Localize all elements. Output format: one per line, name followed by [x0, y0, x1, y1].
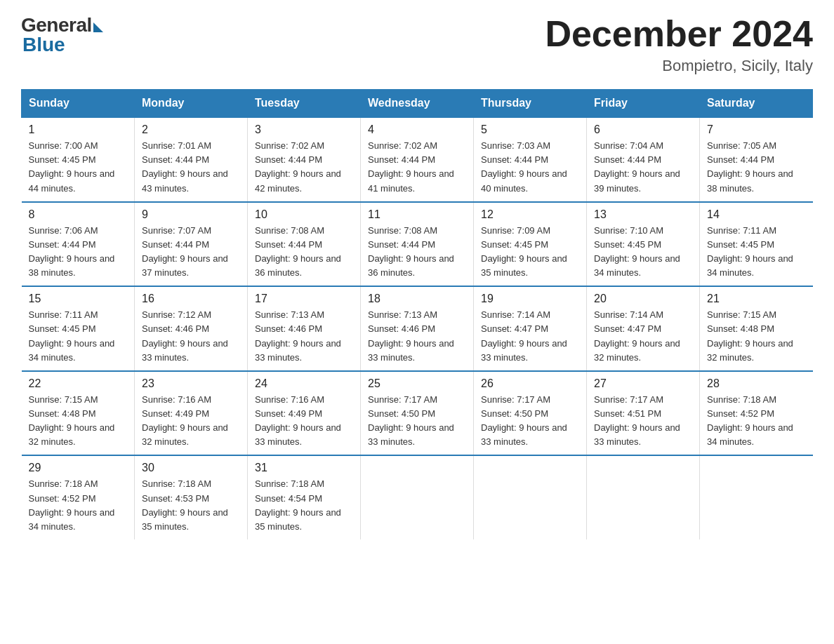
day-info: Sunrise: 7:02 AMSunset: 4:44 PMDaylight:… [368, 139, 466, 196]
calendar-cell: 26 Sunrise: 7:17 AMSunset: 4:50 PMDaylig… [474, 371, 587, 456]
calendar-week-5: 29 Sunrise: 7:18 AMSunset: 4:52 PMDaylig… [22, 455, 813, 539]
day-info: Sunrise: 7:12 AMSunset: 4:46 PMDaylight:… [142, 308, 240, 365]
calendar-cell [361, 455, 474, 539]
day-number: 8 [29, 208, 128, 221]
day-number: 21 [707, 293, 806, 305]
day-info: Sunrise: 7:18 AMSunset: 4:54 PMDaylight:… [255, 477, 353, 534]
calendar-cell: 4 Sunrise: 7:02 AMSunset: 4:44 PMDayligh… [361, 117, 474, 202]
calendar-cell: 22 Sunrise: 7:15 AMSunset: 4:48 PMDaylig… [22, 371, 135, 456]
day-info: Sunrise: 7:17 AMSunset: 4:51 PMDaylight:… [594, 393, 692, 450]
day-number: 2 [142, 123, 240, 136]
calendar-cell: 3 Sunrise: 7:02 AMSunset: 4:44 PMDayligh… [248, 117, 361, 202]
day-info: Sunrise: 7:11 AMSunset: 4:45 PMDaylight:… [707, 224, 806, 281]
day-number: 4 [368, 123, 466, 136]
col-wednesday: Wednesday [361, 90, 474, 118]
calendar-cell: 1 Sunrise: 7:00 AMSunset: 4:45 PMDayligh… [22, 117, 135, 202]
header-row: Sunday Monday Tuesday Wednesday Thursday… [22, 90, 813, 118]
day-number: 6 [594, 123, 692, 136]
col-friday: Friday [587, 90, 700, 118]
day-number: 17 [255, 293, 353, 305]
col-tuesday: Tuesday [248, 90, 361, 118]
calendar-subtitle: Bompietro, Sicily, Italy [545, 57, 813, 75]
day-info: Sunrise: 7:16 AMSunset: 4:49 PMDaylight:… [142, 393, 240, 450]
day-info: Sunrise: 7:17 AMSunset: 4:50 PMDaylight:… [368, 393, 466, 450]
day-info: Sunrise: 7:16 AMSunset: 4:49 PMDaylight:… [255, 393, 353, 450]
day-number: 10 [255, 208, 353, 221]
day-number: 14 [707, 208, 806, 221]
logo: General Blue [21, 14, 103, 56]
day-info: Sunrise: 7:04 AMSunset: 4:44 PMDaylight:… [594, 139, 692, 196]
day-info: Sunrise: 7:00 AMSunset: 4:45 PMDaylight:… [29, 139, 128, 196]
title-block: December 2024 Bompietro, Sicily, Italy [545, 14, 813, 75]
calendar-cell: 18 Sunrise: 7:13 AMSunset: 4:46 PMDaylig… [361, 286, 474, 371]
calendar-cell: 25 Sunrise: 7:17 AMSunset: 4:50 PMDaylig… [361, 371, 474, 456]
day-number: 29 [29, 462, 128, 474]
calendar-cell: 2 Sunrise: 7:01 AMSunset: 4:44 PMDayligh… [135, 117, 248, 202]
day-info: Sunrise: 7:14 AMSunset: 4:47 PMDaylight:… [594, 308, 692, 365]
calendar-cell: 14 Sunrise: 7:11 AMSunset: 4:45 PMDaylig… [700, 202, 813, 287]
day-number: 12 [481, 208, 579, 221]
day-info: Sunrise: 7:09 AMSunset: 4:45 PMDaylight:… [481, 224, 579, 281]
day-number: 9 [142, 208, 240, 221]
calendar-cell: 23 Sunrise: 7:16 AMSunset: 4:49 PMDaylig… [135, 371, 248, 456]
calendar-cell [587, 455, 700, 539]
calendar-cell: 27 Sunrise: 7:17 AMSunset: 4:51 PMDaylig… [587, 371, 700, 456]
calendar-cell: 12 Sunrise: 7:09 AMSunset: 4:45 PMDaylig… [474, 202, 587, 287]
calendar-cell: 21 Sunrise: 7:15 AMSunset: 4:48 PMDaylig… [700, 286, 813, 371]
page-header: General Blue December 2024 Bompietro, Si… [21, 14, 813, 75]
day-number: 3 [255, 123, 353, 136]
calendar-table: Sunday Monday Tuesday Wednesday Thursday… [21, 89, 813, 539]
day-info: Sunrise: 7:05 AMSunset: 4:44 PMDaylight:… [707, 139, 806, 196]
day-number: 23 [142, 377, 240, 390]
day-info: Sunrise: 7:08 AMSunset: 4:44 PMDaylight:… [368, 224, 466, 281]
calendar-cell: 11 Sunrise: 7:08 AMSunset: 4:44 PMDaylig… [361, 202, 474, 287]
calendar-cell: 10 Sunrise: 7:08 AMSunset: 4:44 PMDaylig… [248, 202, 361, 287]
calendar-cell: 20 Sunrise: 7:14 AMSunset: 4:47 PMDaylig… [587, 286, 700, 371]
day-number: 5 [481, 123, 579, 136]
day-number: 18 [368, 293, 466, 305]
day-info: Sunrise: 7:01 AMSunset: 4:44 PMDaylight:… [142, 139, 240, 196]
calendar-body: 1 Sunrise: 7:00 AMSunset: 4:45 PMDayligh… [22, 117, 813, 539]
day-info: Sunrise: 7:10 AMSunset: 4:45 PMDaylight:… [594, 224, 692, 281]
day-number: 20 [594, 293, 692, 305]
day-number: 24 [255, 377, 353, 390]
day-info: Sunrise: 7:18 AMSunset: 4:53 PMDaylight:… [142, 477, 240, 534]
calendar-week-4: 22 Sunrise: 7:15 AMSunset: 4:48 PMDaylig… [22, 371, 813, 456]
calendar-cell: 16 Sunrise: 7:12 AMSunset: 4:46 PMDaylig… [135, 286, 248, 371]
calendar-cell: 15 Sunrise: 7:11 AMSunset: 4:45 PMDaylig… [22, 286, 135, 371]
col-sunday: Sunday [22, 90, 135, 118]
calendar-cell [700, 455, 813, 539]
day-number: 27 [594, 377, 692, 390]
day-info: Sunrise: 7:18 AMSunset: 4:52 PMDaylight:… [707, 393, 806, 450]
calendar-cell: 24 Sunrise: 7:16 AMSunset: 4:49 PMDaylig… [248, 371, 361, 456]
col-thursday: Thursday [474, 90, 587, 118]
day-number: 25 [368, 377, 466, 390]
day-number: 13 [594, 208, 692, 221]
calendar-week-2: 8 Sunrise: 7:06 AMSunset: 4:44 PMDayligh… [22, 202, 813, 287]
calendar-title: December 2024 [545, 14, 813, 54]
col-saturday: Saturday [700, 90, 813, 118]
day-number: 30 [142, 462, 240, 474]
calendar-cell: 30 Sunrise: 7:18 AMSunset: 4:53 PMDaylig… [135, 455, 248, 539]
day-number: 28 [707, 377, 806, 390]
calendar-cell: 29 Sunrise: 7:18 AMSunset: 4:52 PMDaylig… [22, 455, 135, 539]
day-info: Sunrise: 7:08 AMSunset: 4:44 PMDaylight:… [255, 224, 353, 281]
calendar-cell: 17 Sunrise: 7:13 AMSunset: 4:46 PMDaylig… [248, 286, 361, 371]
day-info: Sunrise: 7:07 AMSunset: 4:44 PMDaylight:… [142, 224, 240, 281]
day-info: Sunrise: 7:02 AMSunset: 4:44 PMDaylight:… [255, 139, 353, 196]
calendar-week-3: 15 Sunrise: 7:11 AMSunset: 4:45 PMDaylig… [22, 286, 813, 371]
day-number: 31 [255, 462, 353, 474]
calendar-cell: 13 Sunrise: 7:10 AMSunset: 4:45 PMDaylig… [587, 202, 700, 287]
calendar-cell: 7 Sunrise: 7:05 AMSunset: 4:44 PMDayligh… [700, 117, 813, 202]
day-number: 26 [481, 377, 579, 390]
day-number: 7 [707, 123, 806, 136]
day-info: Sunrise: 7:17 AMSunset: 4:50 PMDaylight:… [481, 393, 579, 450]
day-info: Sunrise: 7:15 AMSunset: 4:48 PMDaylight:… [707, 308, 806, 365]
calendar-cell: 6 Sunrise: 7:04 AMSunset: 4:44 PMDayligh… [587, 117, 700, 202]
day-info: Sunrise: 7:13 AMSunset: 4:46 PMDaylight:… [255, 308, 353, 365]
day-number: 16 [142, 293, 240, 305]
logo-blue-text: Blue [22, 34, 65, 56]
day-number: 1 [29, 123, 128, 136]
day-number: 22 [29, 377, 128, 390]
day-info: Sunrise: 7:15 AMSunset: 4:48 PMDaylight:… [29, 393, 128, 450]
